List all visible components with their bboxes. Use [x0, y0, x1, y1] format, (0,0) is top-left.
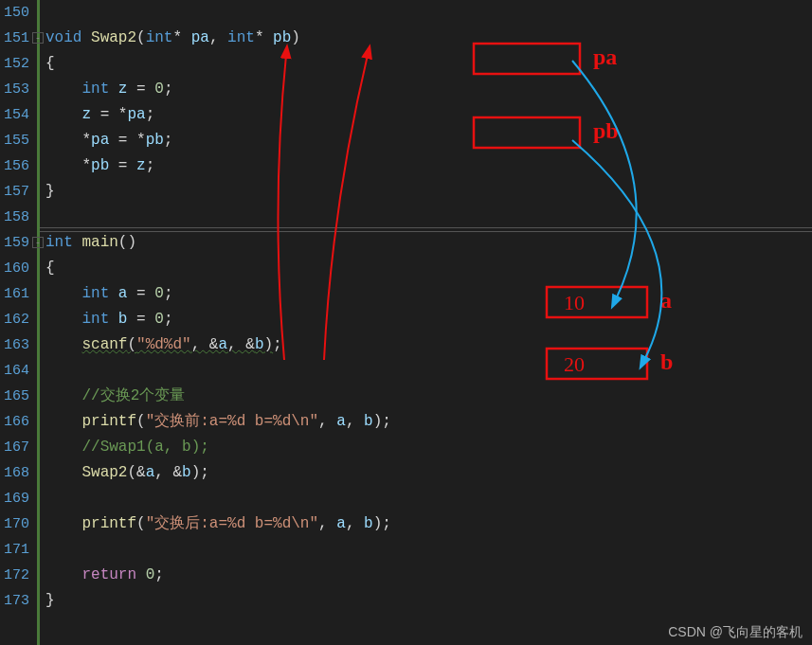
code-token [109, 81, 118, 98]
collapse-toggle[interactable]: - [32, 32, 44, 44]
code-token: = [109, 157, 136, 174]
code-token: ; [382, 515, 391, 532]
code-token: pb [273, 29, 291, 46]
code-token: } [45, 183, 55, 200]
code-token: a [336, 515, 346, 532]
code-token: ) [291, 29, 300, 46]
code-token: = [127, 285, 154, 302]
line-number: 154 [4, 102, 29, 128]
code-line[interactable]: //Swap1(a, b); [45, 435, 812, 460]
line-number-gutter: 1501511521531541551561571581591601611621… [0, 0, 37, 645]
code-line[interactable]: } [45, 179, 812, 205]
line-number: 162 [4, 307, 29, 332]
code-token: ( [136, 413, 146, 430]
code-line[interactable]: return 0; [45, 563, 812, 588]
code-token: printf [81, 515, 136, 532]
code-token: ( [136, 29, 146, 46]
code-token: pa [91, 132, 109, 149]
code-line[interactable]: -int main() [45, 230, 812, 256]
code-token [45, 336, 81, 353]
line-number: 165 [4, 384, 29, 409]
collapse-toggle[interactable]: - [32, 237, 44, 248]
code-token: ; [164, 285, 173, 302]
line-number: 164 [4, 358, 29, 384]
code-token: 0 [154, 285, 164, 302]
code-token: * [45, 157, 91, 174]
code-token: ) [264, 336, 274, 353]
code-line[interactable]: { [45, 256, 812, 281]
code-token: //交换2个变量 [81, 387, 185, 404]
code-line[interactable]: -void Swap2(int* pa, int* pb) [45, 26, 812, 51]
code-token: "%d%d" [136, 336, 191, 353]
line-number: 161 [4, 281, 29, 307]
code-line[interactable]: int z = 0; [45, 77, 812, 102]
code-token: , & [191, 336, 219, 353]
code-line[interactable]: Swap2(&a, &b); [45, 460, 812, 486]
line-number: 171 [4, 537, 29, 563]
code-line[interactable] [45, 205, 812, 230]
line-number: 166 [4, 409, 29, 435]
code-line[interactable]: int a = 0; [45, 281, 812, 307]
code-token: { [45, 260, 55, 277]
code-line[interactable]: printf("交换后:a=%d b=%d\n", a, b); [45, 511, 812, 537]
line-number: 167 [4, 435, 29, 460]
code-line[interactable]: { [45, 51, 812, 77]
code-token: = * [91, 106, 127, 123]
code-token: = [127, 81, 154, 98]
line-number: 168 [4, 460, 29, 486]
code-token: int [81, 311, 109, 328]
code-token: a [146, 464, 155, 481]
code-token: scanf [81, 336, 127, 353]
code-line[interactable]: printf("交换前:a=%d b=%d\n", a, b); [45, 409, 812, 435]
code-token [45, 285, 81, 302]
line-number: 159 [4, 230, 29, 256]
code-line[interactable]: scanf("%d%d", &a, &b); [45, 332, 812, 358]
line-number: 156 [4, 153, 29, 179]
code-line[interactable] [45, 486, 812, 511]
code-line[interactable] [45, 358, 812, 384]
code-line[interactable] [45, 0, 812, 26]
line-number: 150 [4, 0, 29, 26]
line-number: 170 [4, 511, 29, 537]
code-line[interactable]: z = *pa; [45, 102, 812, 128]
code-token: ) [191, 464, 201, 481]
code-line[interactable]: int b = 0; [45, 307, 812, 332]
code-token: , & [154, 464, 182, 481]
code-token: ; [164, 311, 173, 328]
code-token [45, 515, 81, 532]
code-token: ( [127, 464, 136, 481]
code-line[interactable] [45, 537, 812, 563]
code-token [45, 439, 81, 456]
code-token: int [146, 29, 173, 46]
code-token: * [172, 29, 190, 46]
code-token: * [255, 29, 273, 46]
code-area[interactable]: -void Swap2(int* pa, int* pb){ int z = 0… [37, 0, 812, 645]
code-token: pa [191, 29, 209, 46]
code-line[interactable]: //交换2个变量 [45, 384, 812, 409]
code-token: z [81, 106, 91, 123]
code-token: int [227, 29, 255, 46]
line-number: 160 [4, 256, 29, 281]
code-token: , [318, 515, 336, 532]
code-token: , [346, 413, 364, 430]
code-token: , [346, 515, 364, 532]
code-token: b [118, 311, 128, 328]
code-line[interactable]: *pb = z; [45, 153, 812, 179]
code-line[interactable]: } [45, 588, 812, 614]
code-token: 0 [146, 566, 155, 583]
code-token: } [45, 592, 55, 609]
code-token [45, 81, 81, 98]
code-token [109, 285, 118, 302]
code-token: pa [127, 106, 145, 123]
code-token: Swap2 [81, 464, 127, 481]
code-token: return [81, 566, 136, 583]
code-token [109, 311, 118, 328]
code-token: * [45, 132, 91, 149]
code-token: ; [154, 566, 164, 583]
code-token: = [127, 311, 154, 328]
code-line[interactable]: *pa = *pb; [45, 128, 812, 153]
code-token: //Swap1(a, b); [81, 439, 208, 456]
code-token: b [364, 413, 373, 430]
code-token: a [118, 285, 128, 302]
line-number: 157 [4, 179, 29, 205]
